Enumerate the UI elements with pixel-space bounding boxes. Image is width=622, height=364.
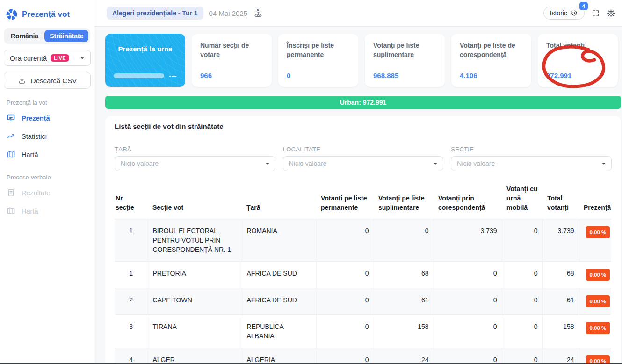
table-row: 3 TIRANA REPUBLICA ALBANIA 0 158 0 0 158… [115, 315, 611, 348]
cell-corespondenta: 0 [434, 315, 502, 348]
live-badge: LIVE [51, 54, 69, 62]
turnout-card: Prezență la urne --- [105, 34, 185, 87]
nav-item-label: Hartă [22, 207, 38, 215]
sections-panel: Listă secții de vot din străinătate ȚARĂ… [105, 116, 621, 364]
stat-card-title: Înscriși pe liste permanente [287, 41, 350, 60]
prezenta-badge: 0.00 % [586, 295, 610, 307]
cell-liste-suplimentare: 61 [374, 288, 434, 315]
cell-prezenta: 0.00 % [579, 219, 611, 262]
cell-nr-sectie: 3 [115, 315, 148, 348]
filter-placeholder: Nicio valoare [457, 160, 495, 167]
tab-strainatate[interactable]: Străinătate [44, 30, 88, 42]
main-area: Alegeri prezidențiale - Tur 1 04 Mai 202… [94, 0, 622, 364]
nav-section-label: Prezență la vot [4, 99, 90, 106]
istoric-count-badge: 4 [579, 2, 588, 10]
stat-card: Total votanți 972.991 [538, 34, 618, 87]
cell-sectie-vot: TIRANA [148, 315, 242, 348]
sidebar-item-rezultate[interactable]: Rezultate [4, 184, 90, 202]
column-header: Nr secție [115, 182, 148, 219]
gear-icon[interactable] [607, 9, 615, 18]
table-row: 2 CAPE TOWN AFRICA DE SUD 0 61 0 0 61 0.… [115, 288, 611, 315]
turnout-progress-bar [114, 73, 164, 78]
filter-select[interactable]: Nicio valoare [283, 156, 444, 171]
turnout-row: --- [114, 72, 177, 79]
accessibility-icon[interactable] [253, 8, 263, 18]
app-title: Prezență vot [22, 10, 70, 19]
column-header: Votanți prin corespondență [434, 182, 502, 219]
download-csv-button[interactable]: Descarcă CSV [4, 72, 91, 89]
sidebar-item-prezență[interactable]: Prezență [4, 109, 90, 127]
filter-select[interactable]: Nicio valoare [115, 156, 275, 171]
caret-down-icon [266, 163, 269, 165]
history-icon [571, 9, 578, 17]
stat-card-title: Votanți pe liste suplimentare [373, 41, 436, 60]
nav-item-label: Statistici [22, 133, 47, 140]
stat-card-value: 0 [287, 71, 350, 79]
trend-icon [7, 132, 15, 141]
cell-liste-permanente: 0 [316, 348, 374, 364]
istoric-label: Istoric [550, 9, 567, 17]
sidebar-item-hartă[interactable]: Hartă [4, 145, 90, 164]
logo-row: Prezență vot [4, 7, 90, 26]
fullscreen-icon[interactable] [592, 9, 600, 17]
turnout-card-title: Prezență la urne [114, 44, 177, 54]
prezenta-badge: 0.00 % [586, 226, 610, 238]
nav-item-label: Prezență [22, 114, 50, 122]
cell-prezenta: 0.00 % [579, 348, 611, 364]
sidebar-item-statistici[interactable]: Statistici [4, 127, 90, 145]
panel-title: Listă secții de vot din străinătate [115, 122, 612, 130]
cell-tara: AFRICA DE SUD [242, 288, 316, 315]
nav-group: Prezență la vot Prezență Statistici Hart… [4, 99, 90, 164]
table-row: 1 BIROUL ELECTORAL PENTRU VOTUL PRIN COR… [115, 219, 611, 262]
filter-țară: ȚARĂ Nicio valoare [115, 146, 275, 171]
prezenta-badge: 0.00 % [586, 322, 610, 334]
nav-items: Rezultate Hartă [4, 184, 90, 220]
caret-down-icon [602, 163, 606, 165]
filters-row: ȚARĂ Nicio valoare LOCALITATE Nicio valo… [115, 146, 612, 171]
stat-card-title: Votanți pe liste de corespondență [460, 41, 523, 60]
sidebar-item-hartă[interactable]: Hartă [4, 202, 90, 220]
election-date: 04 Mai 2025 [209, 9, 248, 17]
tab-romania[interactable]: România [6, 30, 43, 42]
cell-corespondenta: 3.739 [434, 219, 502, 262]
filter-label: SECȚIE [451, 146, 612, 153]
column-header: Votanți pe liste permanente [316, 182, 374, 219]
content: Prezență la urne --- Număr secții de vot… [94, 27, 622, 364]
cell-liste-permanente: 0 [316, 219, 374, 262]
column-header: Secție vot [148, 182, 242, 219]
cell-nr-sectie: 2 [115, 288, 148, 315]
cell-sectie-vot: PRETORIA [148, 262, 242, 288]
stat-card-title: Total votanți [546, 41, 609, 50]
time-select-label: Ora curentă [10, 54, 47, 62]
cell-urna-mobila: 0 [502, 315, 542, 348]
istoric-button[interactable]: Istoric [543, 7, 585, 20]
topbar-right: Istoric 4 [543, 7, 615, 20]
filter-select[interactable]: Nicio valoare [451, 156, 612, 171]
cell-liste-suplimentare: 0 [374, 219, 434, 262]
shutter-icon [6, 8, 18, 21]
cell-tara: ALGERIA [242, 348, 316, 364]
page: Prezență vot România Străinătate Ora cur… [0, 0, 622, 364]
map-icon [7, 150, 15, 159]
column-header: Votanți pe liste suplimentare [374, 182, 434, 219]
filter-placeholder: Nicio valoare [121, 160, 159, 167]
caret-down-icon [434, 163, 437, 165]
stat-card: Votanți pe liste de corespondență 4.106 [451, 34, 531, 87]
nav-section-label: Procese-verbale [4, 174, 90, 181]
cell-tara: AFRICA DE SUD [242, 262, 316, 288]
cell-liste-suplimentare: 68 [374, 262, 434, 288]
time-select[interactable]: Ora curentă LIVE [4, 50, 91, 66]
table-body: 1 BIROUL ELECTORAL PENTRU VOTUL PRIN COR… [115, 219, 611, 364]
column-header: Prezență [579, 182, 611, 219]
table-header-row: Nr secțieSecție votȚarăVotanți pe liste … [115, 182, 611, 219]
column-header: Votanți cu urnă mobilă [502, 182, 542, 219]
download-icon [18, 76, 26, 85]
nav-sections: Prezență la vot Prezență Statistici Hart… [4, 99, 90, 220]
stat-card-title: Număr secții de votare [200, 41, 263, 60]
filter-label: LOCALITATE [283, 146, 444, 153]
caret-down-icon [80, 57, 85, 59]
filter-localitate: LOCALITATE Nicio valoare [283, 146, 444, 171]
nav-item-label: Hartă [22, 151, 38, 158]
sidebar: Prezență vot România Străinătate Ora cur… [0, 0, 94, 364]
nav-group: Procese-verbale Rezultate Hartă [4, 174, 90, 220]
